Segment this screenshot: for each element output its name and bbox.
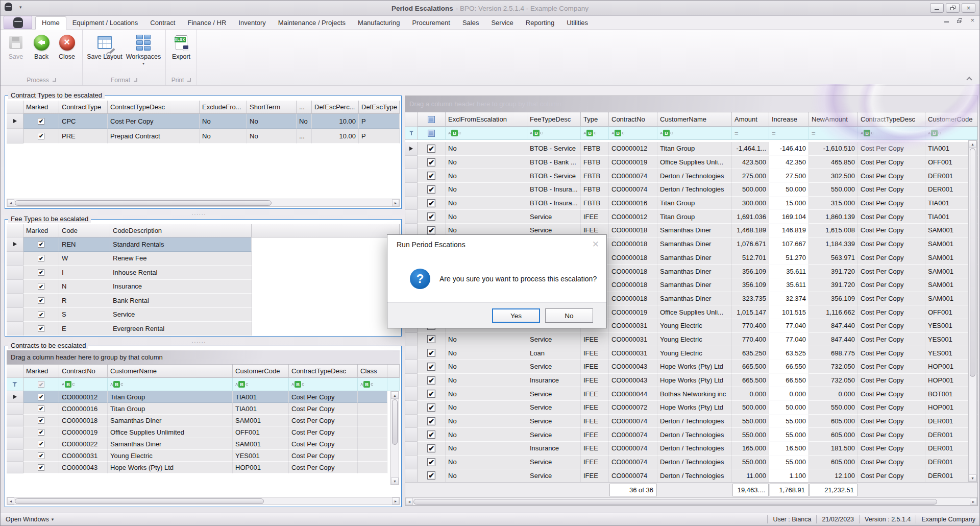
grid-cell[interactable]: 66.550	[769, 374, 809, 388]
grid-cell[interactable]: 27.500	[769, 169, 809, 183]
grid-cell[interactable]: Cost Per Copy	[858, 156, 925, 170]
grid-cell[interactable]: ✔	[23, 403, 59, 415]
bpo-logo[interactable]	[4, 16, 32, 29]
checkbox-checked[interactable]: ✔	[38, 255, 44, 261]
grid-cell[interactable]: ✔	[418, 374, 446, 388]
checkbox-checked[interactable]: ✔	[427, 458, 435, 466]
grid-cell[interactable]: Cost Per Copy	[858, 469, 925, 483]
grid-cell[interactable]: Cost Per Copy	[858, 169, 925, 183]
grid-cell[interactable]: 10.00	[312, 129, 359, 144]
grid-cell[interactable]: No	[446, 333, 527, 347]
grid-cell[interactable]: No	[446, 142, 527, 156]
grid-cell[interactable]: 605.000	[809, 456, 858, 469]
table-row[interactable]: ✔CO0000018Samanthas DinerSAM001Cost Per …	[7, 415, 400, 426]
select-all-checkbox[interactable]	[428, 116, 435, 123]
group-dialog-launcher-icon[interactable]	[134, 78, 137, 82]
checkbox-checked[interactable]: ✔	[38, 464, 44, 471]
table-row[interactable]: ✔SService	[7, 308, 400, 322]
grid-cell[interactable]: No	[297, 114, 312, 129]
checkbox-checked[interactable]: ✔	[427, 444, 435, 452]
table-row[interactable]: ✔CO0000019Office Supplies UnlimitedOFF00…	[7, 426, 400, 438]
grid-cell[interactable]: Cost Per Copy	[858, 251, 925, 265]
scroll-up-icon[interactable]: ▴	[969, 140, 976, 148]
grid-cell[interactable]: CO0000074	[609, 442, 657, 456]
grid-cell[interactable]: Derton / Technologies	[657, 469, 732, 483]
grid-cell[interactable]: Derton / Technologies	[657, 415, 732, 428]
grid-cell[interactable]: CO0000044	[609, 387, 657, 401]
table-row[interactable]: ✔CO0000016Titan GroupTIA001Cost Per Copy	[7, 403, 400, 415]
checkbox-checked[interactable]: ✔	[427, 335, 435, 343]
grid-cell[interactable]: Titan Group	[657, 142, 732, 156]
column-header-exclfromescalation[interactable]: ExclFromEscalation	[446, 112, 527, 127]
save-button[interactable]: Save	[4, 32, 28, 62]
column-header-shortterm[interactable]: ShortTerm	[247, 101, 297, 114]
grid-cell[interactable]: 635.250	[732, 346, 769, 360]
grid-cell[interactable]: 847.440	[809, 319, 858, 333]
grid-cell[interactable]: -1,464.1...	[732, 142, 769, 156]
grid-cell[interactable]: P	[359, 114, 400, 129]
grid-cell[interactable]: Service	[527, 456, 581, 469]
grid-cell[interactable]	[358, 403, 387, 415]
filter-cell[interactable]: ABC	[59, 378, 108, 391]
grid-cell[interactable]: 563.971	[809, 251, 858, 265]
yes-button[interactable]: Yes	[492, 308, 540, 323]
grid-cell[interactable]: Titan Group	[108, 403, 233, 415]
grid-cell[interactable]: IFEE	[581, 346, 609, 360]
table-row[interactable]: ✔NoBTOB - Bank ...FBTBCO0000019Office Su…	[405, 156, 977, 170]
grid-cell[interactable]: Service	[527, 428, 581, 442]
grid-cell[interactable]: Samanthas Diner	[108, 438, 233, 450]
grid-cell[interactable]: ✔	[418, 197, 446, 210]
contract-types-hscrollbar[interactable]: ◂ ▸	[7, 199, 400, 207]
checkbox-checked[interactable]: ✔	[427, 363, 435, 371]
grid-cell[interactable]: 500.000	[732, 183, 769, 197]
grid-cell[interactable]: Cost Per Copy	[858, 197, 925, 210]
grid-cell[interactable]: Loan	[527, 346, 581, 360]
tab-reporting[interactable]: Reporting	[520, 17, 560, 29]
grid-cell[interactable]: E	[59, 322, 110, 336]
grid-cell[interactable]: No	[446, 360, 527, 374]
grid-cell[interactable]: No	[247, 114, 297, 129]
grid-cell[interactable]: CO0000018	[609, 237, 657, 251]
close-button[interactable]: × Close	[55, 32, 79, 62]
grid-cell[interactable]: Samanthas Diner	[657, 237, 732, 251]
table-row[interactable]: ✔CPCCost Per CopyNoNoNo10.00P	[7, 114, 400, 129]
filter-cell[interactable]: ABC	[527, 127, 581, 140]
grid-cell[interactable]: No	[446, 401, 527, 415]
column-header-newamount[interactable]: NewAmount	[809, 112, 858, 127]
grid-cell[interactable]: No	[446, 387, 527, 401]
checkbox-checked[interactable]: ✔	[427, 145, 435, 153]
grid-cell[interactable]: ✔	[418, 442, 446, 456]
table-row[interactable]: ✔CO0000031Young ElectricYES001Cost Per C…	[7, 450, 400, 462]
grid-cell[interactable]: No	[446, 415, 527, 428]
grid-cell[interactable]: IFEE	[581, 469, 609, 483]
collapse-ribbon-icon[interactable]	[966, 77, 972, 82]
grid-cell[interactable]: Service	[527, 210, 581, 224]
grid-cell[interactable]: 550.000	[809, 401, 858, 415]
grid-cell[interactable]: Derton / Technologies	[657, 456, 732, 469]
grid-cell[interactable]: Office Supplies Unli...	[657, 305, 732, 319]
tab-manufacturing[interactable]: Manufacturing	[352, 17, 406, 29]
grid-cell[interactable]: -1,610.510	[809, 142, 858, 156]
grid-cell[interactable]: 732.050	[809, 374, 858, 388]
grid-cell[interactable]: Cost Per Copy	[858, 319, 925, 333]
table-row[interactable]: ✔RENStandard Rentals	[7, 237, 400, 252]
table-row[interactable]: ✔NoServiceIFEECO0000074Derton / Technolo…	[405, 456, 977, 469]
grid-cell[interactable]: Cost Per Copy	[858, 360, 925, 374]
grid-cell[interactable]: ✔	[418, 183, 446, 197]
grid-cell[interactable]: 0.000	[769, 387, 809, 401]
grid-cell[interactable]: Prepaid Contract	[108, 129, 200, 144]
table-row[interactable]: ✔NoServiceIFEECO0000074Derton / Technolo…	[405, 469, 977, 483]
workspaces-button[interactable]: Workspaces ▾	[125, 32, 162, 68]
grid-cell[interactable]: 391.720	[809, 278, 858, 292]
grid-cell[interactable]: 500.000	[732, 401, 769, 415]
grid-cell[interactable]: Cost Per Copy	[289, 450, 358, 462]
grid-cell[interactable]: P	[359, 129, 400, 144]
close-window-button[interactable]: ×	[962, 3, 975, 13]
tab-sales[interactable]: Sales	[456, 17, 485, 29]
table-row[interactable]: ✔NoServiceIFEECO0000012Titan Group1,691.…	[405, 210, 977, 224]
grid-cell[interactable]: N	[59, 280, 110, 294]
grid-cell[interactable]: 32.374	[769, 292, 809, 306]
grid-cell[interactable]: 15.000	[769, 197, 809, 210]
grid-cell[interactable]: Cost Per Copy	[858, 333, 925, 347]
column-header-defesctype[interactable]: DefEscType	[359, 101, 400, 114]
